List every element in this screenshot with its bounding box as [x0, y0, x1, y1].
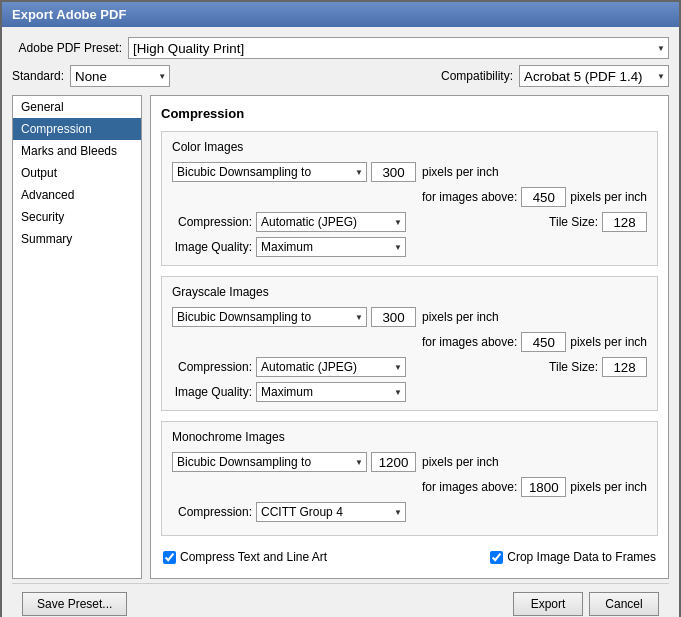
grayscale-images-title: Grayscale Images [172, 285, 647, 299]
mono-ppi-label: pixels per inch [422, 455, 499, 469]
gray-quality-label: Image Quality: [172, 385, 252, 399]
color-ppi-input[interactable] [371, 162, 416, 182]
preset-select[interactable]: [High Quality Print] [128, 37, 669, 59]
sidebar: General Compression Marks and Bleeds Out… [12, 95, 142, 579]
standard-select[interactable]: None [70, 65, 170, 87]
monochrome-images-title: Monochrome Images [172, 430, 647, 444]
save-preset-button[interactable]: Save Preset... [22, 592, 127, 616]
color-quality-label: Image Quality: [172, 240, 252, 254]
dialog-footer: Save Preset... Export Cancel [12, 583, 669, 617]
cancel-button[interactable]: Cancel [589, 592, 659, 616]
gray-above-label: for images above: [422, 335, 517, 349]
dialog-title: Export Adobe PDF [2, 2, 679, 27]
gray-ppi-input[interactable] [371, 307, 416, 327]
gray-above-ppi-label: pixels per inch [570, 335, 647, 349]
gray-downsampling-select[interactable]: Bicubic Downsampling to [172, 307, 367, 327]
mono-above-ppi-label: pixels per inch [570, 480, 647, 494]
color-quality-select[interactable]: Maximum [256, 237, 406, 257]
gray-quality-select[interactable]: Maximum [256, 382, 406, 402]
mono-ppi-input[interactable] [371, 452, 416, 472]
mono-above-input[interactable] [521, 477, 566, 497]
section-title: Compression [161, 106, 658, 121]
monochrome-images-group: Monochrome Images Bicubic Downsampling t… [161, 421, 658, 536]
sidebar-item-output[interactable]: Output [13, 162, 141, 184]
color-tile-size-label: Tile Size: [549, 215, 598, 229]
gray-compression-label: Compression: [172, 360, 252, 374]
color-above-ppi-label: pixels per inch [570, 190, 647, 204]
sidebar-item-compression[interactable]: Compression [13, 118, 141, 140]
mono-downsampling-select[interactable]: Bicubic Downsampling to [172, 452, 367, 472]
compression-content: Compression Color Images Bicubic Downsam… [150, 95, 669, 579]
grayscale-images-group: Grayscale Images Bicubic Downsampling to… [161, 276, 658, 411]
mono-above-label: for images above: [422, 480, 517, 494]
sidebar-item-general[interactable]: General [13, 96, 141, 118]
compress-text-label: Compress Text and Line Art [180, 550, 327, 564]
mono-compression-select[interactable]: CCITT Group 4 [256, 502, 406, 522]
compress-text-checkbox[interactable] [163, 551, 176, 564]
color-tile-size-input[interactable] [602, 212, 647, 232]
sidebar-item-marks-bleeds[interactable]: Marks and Bleeds [13, 140, 141, 162]
color-above-input[interactable] [521, 187, 566, 207]
compatibility-select[interactable]: Acrobat 5 (PDF 1.4) [519, 65, 669, 87]
color-images-group: Color Images Bicubic Downsampling to pix… [161, 131, 658, 266]
gray-compression-select[interactable]: Automatic (JPEG) [256, 357, 406, 377]
crop-image-checkbox-label[interactable]: Crop Image Data to Frames [490, 550, 656, 564]
color-above-label: for images above: [422, 190, 517, 204]
standard-label: Standard: [12, 69, 64, 83]
bottom-checkboxes: Compress Text and Line Art Crop Image Da… [161, 546, 658, 568]
crop-image-checkbox[interactable] [490, 551, 503, 564]
sidebar-item-advanced[interactable]: Advanced [13, 184, 141, 206]
color-compression-label: Compression: [172, 215, 252, 229]
color-compression-select[interactable]: Automatic (JPEG) [256, 212, 406, 232]
compress-text-checkbox-label[interactable]: Compress Text and Line Art [163, 550, 327, 564]
mono-compression-label: Compression: [172, 505, 252, 519]
export-button[interactable]: Export [513, 592, 583, 616]
color-images-title: Color Images [172, 140, 647, 154]
gray-ppi-label: pixels per inch [422, 310, 499, 324]
gray-above-input[interactable] [521, 332, 566, 352]
sidebar-item-security[interactable]: Security [13, 206, 141, 228]
gray-tile-size-label: Tile Size: [549, 360, 598, 374]
crop-image-label: Crop Image Data to Frames [507, 550, 656, 564]
color-ppi-label: pixels per inch [422, 165, 499, 179]
color-downsampling-select[interactable]: Bicubic Downsampling to [172, 162, 367, 182]
export-pdf-dialog: Export Adobe PDF Adobe PDF Preset: [High… [0, 0, 681, 617]
gray-tile-size-input[interactable] [602, 357, 647, 377]
compatibility-label: Compatibility: [441, 69, 513, 83]
sidebar-item-summary[interactable]: Summary [13, 228, 141, 250]
preset-label: Adobe PDF Preset: [12, 41, 122, 55]
